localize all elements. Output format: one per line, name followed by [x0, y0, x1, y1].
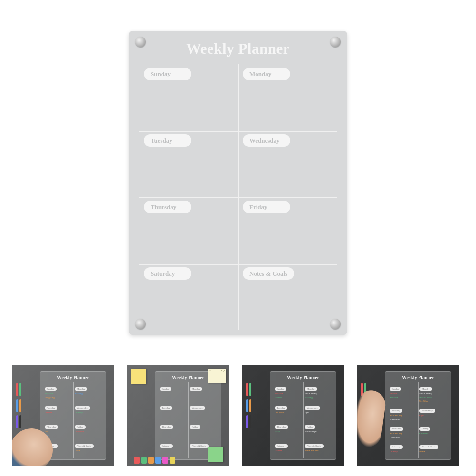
mini-cell: TuesdayWalk the dogCheck mail — [388, 404, 418, 422]
day-label: Wednesday — [243, 134, 290, 147]
mini-cell: TuesdayErrands — [43, 401, 73, 420]
mini-title: Weekly Planner — [43, 375, 103, 380]
day-cell-notes: Notes & Goals — [238, 264, 337, 330]
sticky-note — [131, 369, 146, 384]
mini-cell: WednesdayLaundry — [73, 401, 103, 420]
day-cell-saturday: Saturday — [139, 264, 238, 330]
day-cell-tuesday: Tuesday — [139, 131, 238, 197]
thumbnail[interactable]: Weekly PlannerSundayWorkoutBrunchMondayS… — [242, 365, 344, 466]
thumbnail-row: Weekly PlannerSundayWorkoutBudgetingMond… — [12, 365, 464, 466]
day-cell-sunday: Sunday — [139, 64, 238, 131]
day-label: Friday — [243, 201, 290, 213]
mini-cell: ThursdayPizza — [273, 420, 303, 439]
mini-cell: SundayWorkoutBrunch — [273, 382, 303, 401]
mini-cell: MondayMeeting — [73, 382, 103, 401]
mini-planner: Weekly PlannerSundayWorkoutBrunchMondayS… — [270, 371, 336, 460]
mini-cell: FridayMovie Night — [303, 420, 333, 439]
day-label: Monday — [243, 68, 290, 80]
day-label: Notes & Goals — [243, 267, 294, 280]
mini-cell: Notes & GoalsNotes & Goals — [303, 439, 333, 458]
mini-cell: SaturdayLaundry — [388, 440, 418, 458]
planner-grid: Sunday Monday Tuesday Wednesday Thursday… — [139, 64, 337, 330]
mini-cell: Wednesday — [188, 401, 218, 420]
mini-cell: Saturday — [158, 439, 188, 458]
day-cell-friday: Friday — [238, 197, 337, 264]
mini-cell: Monday — [188, 382, 218, 401]
day-label: Thursday — [144, 201, 191, 213]
thumbnail[interactable]: Weekly PlannerSundayWorkoutBudgetingMond… — [12, 365, 114, 466]
sticky-note: Have a nice day! — [208, 369, 226, 383]
mini-cell: TuesdayCall Mom — [273, 401, 303, 420]
mini-planner: Weekly PlannerSundayVacuumWorkoutMondayS… — [385, 371, 451, 460]
mini-cell: MondaySort LaundryMeeting — [303, 382, 333, 401]
thumbnail[interactable]: Weekly PlannerSundayMondayTuesdayWednesd… — [127, 365, 229, 466]
marker-pens — [246, 383, 251, 428]
main-product-area: Weekly Planner Sunday Monday Tuesday Wed… — [0, 0, 476, 366]
screw-icon — [330, 37, 341, 47]
mini-cell: FridayGroceries — [73, 420, 103, 439]
mini-cell: ThursdayWalk the dogCheck mail — [388, 422, 418, 440]
mini-cell: WednesdayGym — [418, 404, 448, 422]
mini-cell: Notes & GoalsGoals — [73, 439, 103, 458]
planner-title: Weekly Planner — [139, 40, 337, 57]
mini-cell: SaturdayErrands — [273, 439, 303, 458]
marker-pens — [16, 383, 21, 428]
day-cell-monday: Monday — [238, 64, 337, 131]
mini-cell: Thursday — [158, 420, 188, 439]
fridge-magnets — [134, 457, 175, 464]
mini-cell: Friday — [188, 420, 218, 439]
mini-title: Weekly Planner — [388, 375, 448, 380]
mini-cell: Tuesday — [158, 401, 188, 420]
day-cell-wednesday: Wednesday — [238, 131, 337, 197]
day-label: Saturday — [144, 267, 191, 280]
weekly-planner-board: Weekly Planner Sunday Monday Tuesday Wed… — [129, 31, 347, 335]
hand — [357, 389, 387, 449]
day-label: Tuesday — [144, 134, 191, 147]
mini-cell: Notes & GoalsNotes — [418, 440, 448, 458]
mini-cell: SundayWorkoutBudgeting — [43, 382, 73, 401]
mini-title: Weekly Planner — [273, 375, 333, 380]
sticky-note — [208, 447, 223, 462]
day-label: Sunday — [144, 68, 191, 80]
screw-icon — [135, 37, 146, 47]
mini-cell: Sunday — [158, 382, 188, 401]
day-cell-thursday: Thursday — [139, 197, 238, 264]
mini-cell: FridayGroceries — [418, 422, 448, 440]
mini-cell: WednesdayGym — [303, 401, 333, 420]
thumbnail[interactable]: Weekly PlannerSundayVacuumWorkoutMondayS… — [357, 365, 459, 466]
